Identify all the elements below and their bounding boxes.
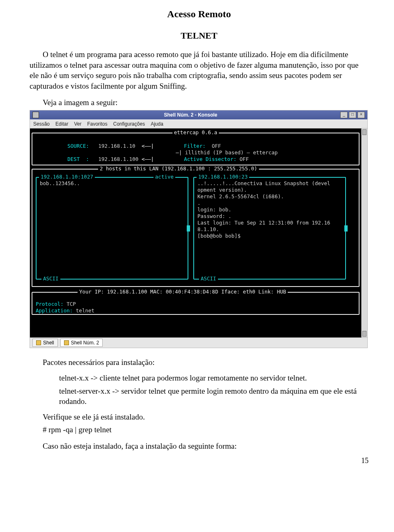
hosts-legend: 2 hosts in this LAN (192.168.1.100 : 255… bbox=[98, 165, 259, 172]
menu-edit[interactable]: Editar bbox=[55, 121, 68, 127]
right-conn-frame: 192.168.1.100:23 ..!.....!...Conectiva L… bbox=[193, 177, 346, 280]
left-conn-legend: 192.168.1.10:1027 bbox=[39, 174, 95, 181]
menu-config[interactable]: Configurações bbox=[113, 121, 145, 127]
left-conn-body: bob..123456.. bbox=[40, 180, 184, 187]
verify-heading: Verifique se ele já está instalado. bbox=[30, 412, 369, 422]
menu-view[interactable]: Ver bbox=[74, 121, 81, 127]
right-conn-legend: 192.168.1.100:23 bbox=[197, 174, 249, 181]
intro-paragraph: O telnet é um programa para acesso remot… bbox=[30, 49, 369, 92]
pkg-line-2: telnet-server-x.x -> servidor telnet que… bbox=[59, 386, 369, 407]
left-conn-cursor bbox=[187, 225, 190, 232]
left-conn-foot: ASCII bbox=[41, 275, 60, 282]
window-title-text: Shell Núm. 2 - Konsole bbox=[42, 112, 339, 118]
pkg-line-1: telnet-x.x -> cliente telnet para poderm… bbox=[59, 373, 369, 383]
install-line: Caso não esteja instalado, faça a instal… bbox=[30, 441, 369, 452]
right-conn-foot: ASCII bbox=[199, 275, 218, 282]
menu-fav[interactable]: Favoritos bbox=[87, 121, 107, 127]
page-title-sub: TELNET bbox=[30, 30, 369, 42]
ettercap-banner: ettercap 0.6.a bbox=[172, 129, 219, 136]
window-close-button[interactable]: × bbox=[357, 112, 365, 118]
page-title-main: Acesso Remoto bbox=[30, 7, 369, 21]
menu-session[interactable]: Sessão bbox=[33, 121, 50, 127]
terminal-body[interactable]: ettercap 0.6.a SOURCE: 192.168.1.10 <——|… bbox=[30, 128, 361, 337]
left-conn-status: active bbox=[153, 174, 175, 181]
right-conn-body: ..!.....!...Conectiva Linux Snapshot (de… bbox=[197, 180, 342, 239]
packages-heading: Pacotes necessários para instalação: bbox=[30, 357, 369, 368]
window-minimize-button[interactable]: _ bbox=[340, 112, 348, 118]
verify-cmd: # rpm -qa | grep telnet bbox=[30, 424, 369, 435]
terminal-tab-label-2: Shell Núm. 2 bbox=[71, 339, 99, 346]
terminal-tab-2[interactable]: Shell Núm. 2 bbox=[60, 339, 103, 347]
terminal-tab-1[interactable]: Shell bbox=[32, 339, 58, 347]
menu-help[interactable]: Ajuda bbox=[151, 121, 163, 127]
terminal-screenshot: Shell Núm. 2 - Konsole _ □ × Sessão Edit… bbox=[30, 110, 368, 348]
terminal-tab-label-1: Shell bbox=[43, 339, 54, 346]
packages-list: telnet-x.x -> cliente telnet para poderm… bbox=[59, 373, 369, 407]
window-menubar: Sessão Editar Ver Favoritos Configuraçõe… bbox=[30, 119, 367, 128]
terminal-icon bbox=[36, 340, 41, 345]
window-titlebar[interactable]: Shell Núm. 2 - Konsole _ □ × bbox=[30, 110, 367, 119]
terminal-icon bbox=[64, 340, 69, 345]
left-conn-frame: 192.168.1.10:1027 active bob..123456.. A… bbox=[36, 177, 188, 280]
see-image-line: Veja a imagem a seguir: bbox=[30, 97, 369, 108]
window-system-icon[interactable] bbox=[32, 112, 39, 118]
yourip-frame: Your IP: 192.168.1.100 MAC: 00:40:F4:38:… bbox=[32, 292, 360, 315]
yourip-body: Protocol: TCP Application: telnet bbox=[36, 294, 355, 314]
page-number: 15 bbox=[30, 456, 369, 466]
terminal-body-wrap: ettercap 0.6.a SOURCE: 192.168.1.10 <——|… bbox=[30, 128, 367, 337]
window-maximize-button[interactable]: □ bbox=[349, 112, 356, 118]
terminal-tabbar: Shell Shell Núm. 2 bbox=[30, 337, 367, 348]
terminal-scrollbar[interactable] bbox=[361, 128, 367, 337]
right-conn-cursor bbox=[344, 225, 348, 232]
document-page: Acesso Remoto TELNET O telnet é um progr… bbox=[0, 0, 394, 474]
